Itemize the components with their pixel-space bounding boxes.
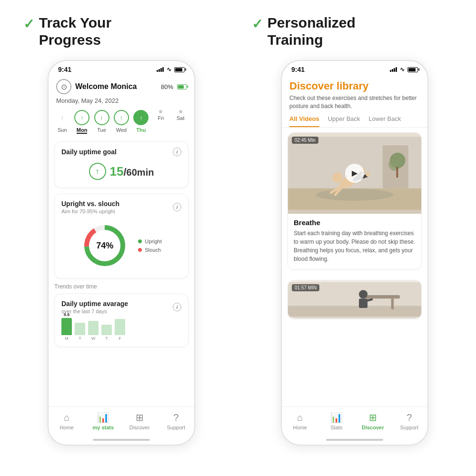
slouch-donut-area: 74% Upright Slouch	[61, 217, 181, 272]
welcome-name: Welcome Monica	[75, 82, 137, 91]
discover-title: Discover library	[282, 75, 427, 94]
bar-label-5: F	[119, 336, 121, 341]
video-duration-2: 01:57 MIN	[292, 284, 319, 291]
legend-dot-slouch	[138, 248, 142, 252]
nav-stats-1[interactable]: 📊 my stats	[89, 412, 118, 430]
trend-info-icon[interactable]: i	[173, 303, 181, 311]
svg-rect-19	[288, 306, 421, 317]
home-indicator-1	[93, 439, 150, 441]
svg-point-11	[332, 172, 343, 183]
tab-upper-back[interactable]: Upper Back	[328, 115, 360, 127]
bottom-nav-1: ⌂ Home 📊 my stats ⊞ Discover ? Support	[49, 407, 194, 437]
video-card-2[interactable]: 01:57 MIN	[288, 280, 422, 319]
day-circle-thu: ↑	[133, 110, 149, 125]
bar-col-5: F	[115, 318, 125, 341]
bar-col-1: 9.6 M	[61, 312, 72, 341]
video-title-breathe: Breathe	[294, 218, 416, 227]
uptime-display: ↑ 15/60min	[61, 159, 181, 182]
home-indicator-2	[326, 439, 383, 441]
slouch-info-icon[interactable]: i	[173, 203, 181, 211]
nav-discover-1[interactable]: ⊞ Discover	[125, 412, 154, 430]
trends-label: Trends over time	[49, 281, 194, 291]
bar-2	[75, 323, 85, 335]
legend-label-slouch: Slouch	[145, 247, 161, 253]
support-icon-1: ?	[173, 412, 178, 423]
slouch-card-title: Upright vs. slouch	[61, 200, 119, 208]
welcome-row: ⊙ Welcome Monica 80%	[49, 75, 194, 96]
donut-chart: 74%	[81, 222, 129, 269]
nav-label-stats-2: Stats	[330, 425, 342, 430]
legend-upright: Upright	[138, 238, 161, 244]
svg-point-5	[316, 188, 394, 200]
tab-all-videos[interactable]: All Videos	[289, 115, 319, 127]
battery-icon-1	[174, 67, 185, 72]
header-personalized-training: ✓ Personalized Training	[252, 14, 453, 49]
battery-display: 80%	[161, 83, 187, 90]
bar-label-4: T	[105, 336, 108, 341]
bar-col-3: W	[88, 320, 99, 341]
headers-row: ✓ Track Your Progress ✓ Personalized Tra…	[10, 14, 466, 49]
svg-rect-21	[391, 298, 394, 309]
video-card-2-wrapper: 01:57 MIN	[282, 280, 427, 319]
svg-point-22	[359, 290, 367, 298]
uptime-info-icon[interactable]: i	[173, 148, 181, 156]
discover-icon-2: ⊞	[369, 412, 377, 423]
header-track-progress: ✓ Track Your Progress	[23, 14, 224, 49]
nav-label-discover-2: Discover	[362, 425, 384, 430]
nav-stats-2[interactable]: 📊 Stats	[322, 412, 351, 430]
nav-home-1[interactable]: ⌂ Home	[52, 412, 81, 430]
day-mon[interactable]: ↑ Mon	[73, 110, 90, 134]
svg-rect-20	[366, 295, 400, 298]
bar-label-2: T	[79, 336, 81, 341]
tab-lower-back[interactable]: Lower Back	[369, 115, 401, 127]
uptime-card: Daily uptime goal i ↑ 15/60min	[54, 141, 188, 188]
page-wrapper: ✓ Track Your Progress ✓ Personalized Tra…	[0, 0, 476, 476]
video-thumb-2: 01:57 MIN	[288, 280, 421, 318]
wifi-icon-1: ∿	[167, 66, 171, 73]
stats-icon-2: 📊	[330, 412, 342, 423]
day-dot-fri	[159, 110, 162, 113]
support-icon-2: ?	[407, 412, 412, 423]
legend-dot-upright	[138, 239, 142, 243]
nav-support-2[interactable]: ? Support	[395, 412, 424, 430]
day-thu[interactable]: ↑ Thu	[132, 110, 149, 134]
battery-icon-2	[407, 67, 418, 72]
bar-5	[115, 319, 125, 335]
legend-label-upright: Upright	[145, 238, 161, 244]
bar-3	[88, 321, 99, 335]
nav-support-1[interactable]: ? Support	[162, 412, 190, 430]
day-circle-tue: ↑	[94, 110, 109, 125]
day-sun[interactable]: ↑ Sun	[54, 110, 71, 134]
nav-home-2[interactable]: ⌂ Home	[286, 412, 314, 430]
nav-label-home-1: Home	[60, 425, 74, 430]
day-sat[interactable]: Sat	[172, 110, 189, 134]
day-label-thu: Thu	[136, 127, 146, 133]
video-card-breathe[interactable]: 02:45 Min ▶ Breathe Start each training …	[288, 132, 422, 269]
bar-val-1: 9.6	[64, 312, 70, 317]
nav-discover-2[interactable]: ⊞ Discover	[358, 412, 387, 430]
bar-col-2: T	[75, 322, 85, 341]
day-label-sun: Sun	[58, 127, 67, 133]
play-btn-1[interactable]: ▶	[345, 164, 364, 183]
discover-subtitle: Check out these exercises and stretches …	[282, 94, 427, 115]
slouch-title-group: Upright vs. slouch Aim for 70-95% uprigh…	[61, 200, 119, 214]
video-tabs[interactable]: All Videos Upper Back Lower Back	[282, 115, 427, 128]
slouch-card-subtitle: Aim for 70-95% upright	[61, 208, 119, 214]
trend-card-title: Daily uptime avarage	[61, 300, 128, 307]
nav-label-support-1: Support	[167, 425, 185, 430]
signal-icon-2	[390, 67, 397, 72]
trend-card: Daily uptime avarage over the last 7 day…	[54, 294, 188, 347]
day-selector[interactable]: ↑ Sun ↑ Mon ↑ Tue	[49, 108, 194, 139]
day-tue[interactable]: ↑ Tue	[93, 110, 110, 134]
day-label-mon: Mon	[77, 127, 88, 134]
phones-row: 9:41 ∿	[10, 60, 466, 446]
phone2-content: Discover library Check out these exercis…	[282, 75, 427, 407]
status-bar-1: 9:41 ∿	[49, 61, 194, 75]
uptime-arrow-circle: ↑	[89, 163, 106, 180]
day-fri[interactable]: Fri	[152, 110, 169, 134]
day-dot-sat	[179, 110, 182, 113]
day-wed[interactable]: ↑ Wed	[113, 110, 130, 134]
slouch-legend: Upright Slouch	[138, 238, 161, 253]
stats-icon-1: 📊	[97, 412, 109, 423]
discover-icon-1: ⊞	[136, 412, 144, 423]
